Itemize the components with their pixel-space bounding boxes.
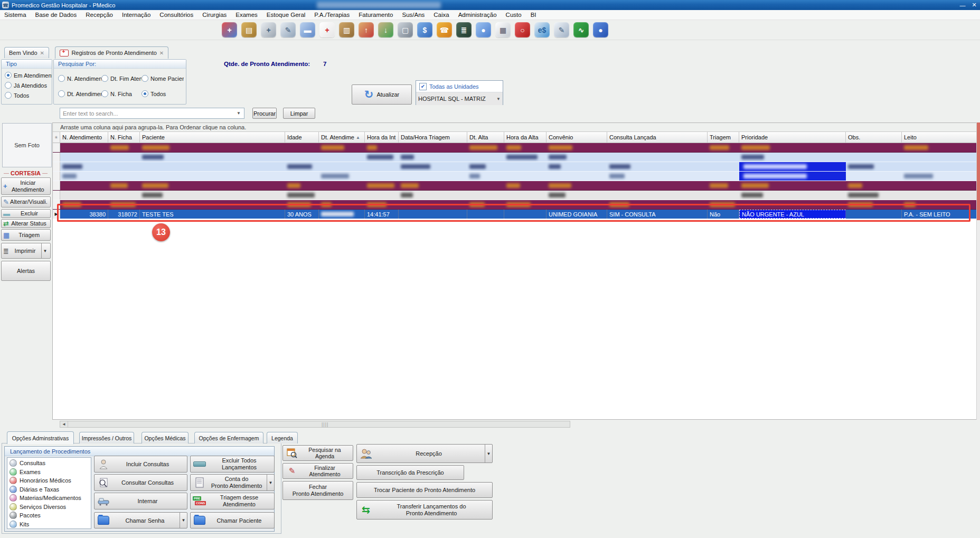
menu-item-custo[interactable]: Custo bbox=[506, 12, 522, 18]
finalizar-atendimento-button[interactable]: ✎ Finalizar Atendimento bbox=[282, 463, 353, 479]
column-header-leito[interactable]: Leito bbox=[902, 132, 977, 143]
atendimento-emergencia-icon[interactable]: + bbox=[222, 22, 237, 37]
estoque-icon[interactable]: ▥ bbox=[339, 22, 354, 37]
bottom-tab-op-es-de-enfermagem[interactable]: Opções de Enfermagem bbox=[194, 432, 263, 443]
mensagens-icon[interactable]: ● bbox=[476, 22, 491, 37]
incluir-consultas-button[interactable]: Incluir Consultas bbox=[94, 456, 187, 473]
column-header-conv-nio[interactable]: Convênio bbox=[546, 132, 607, 143]
procedure-item-honor-rios-m-dicos[interactable]: Honorários Médicos bbox=[7, 476, 91, 485]
menu-item-cirurgias[interactable]: Cirurgias bbox=[202, 12, 227, 18]
splitter-grip[interactable]: |||| bbox=[322, 422, 328, 427]
tab-close-icon[interactable]: ✕ bbox=[159, 50, 164, 56]
pesquisar-agenda-button[interactable]: Pesquisar na Agenda bbox=[282, 445, 353, 461]
procurar-button[interactable]: Procurar bbox=[252, 108, 277, 119]
radio-n-ficha[interactable]: N. Ficha bbox=[101, 90, 142, 97]
alterar-status-button[interactable]: ⇄Alterar Status bbox=[1, 219, 51, 228]
minimize-button[interactable]: — bbox=[957, 2, 968, 8]
bottom-tab-op-es-m-dicas[interactable]: Opções Médicas bbox=[142, 432, 189, 443]
consultar-consultas-button[interactable]: Consultar Consultas bbox=[94, 474, 187, 491]
imprimir-button[interactable]: ≣Imprimir▼ bbox=[1, 243, 51, 259]
triagem-button[interactable]: ▦Triagem bbox=[1, 229, 51, 241]
column-header-dt-atendime[interactable]: Dt. Atendime▲ bbox=[319, 132, 365, 143]
procedure-item-materias-medicamentos[interactable]: Materias/Medicamentos bbox=[7, 494, 91, 503]
radio-todos[interactable]: Todos bbox=[142, 90, 184, 97]
chamar-paciente-button[interactable]: Chamar Paciente bbox=[190, 512, 275, 528]
atualizar-button[interactable]: ↻ Atualizar bbox=[352, 84, 412, 105]
menu-item-base-de-dados[interactable]: Base de Dados bbox=[35, 12, 77, 18]
tab-bem-vindo[interactable]: Bem Vindo✕ bbox=[4, 47, 49, 58]
fatura-icon[interactable]: ▦ bbox=[495, 22, 511, 37]
radio-em-atendimento[interactable]: Em Atendimento bbox=[5, 72, 52, 79]
menu-item-interna-o[interactable]: Internação bbox=[122, 12, 150, 18]
internar-button[interactable]: Internar bbox=[94, 493, 187, 509]
trocar-paciente-button[interactable]: Trocar Paciente do Pronto Atendimento bbox=[356, 482, 493, 498]
menu-item-exames[interactable]: Exames bbox=[235, 12, 258, 18]
scroll-left-icon[interactable]: ◄ bbox=[60, 421, 68, 427]
entradas-financeiras-icon[interactable]: ↑ bbox=[359, 22, 374, 37]
column-header-idade[interactable]: Idade bbox=[285, 132, 319, 143]
column-header-paciente[interactable]: Paciente bbox=[140, 132, 285, 143]
menu-item-p-a-terapias[interactable]: P.A./Terapias bbox=[314, 12, 350, 18]
grid-row-redacted[interactable] bbox=[53, 181, 977, 191]
column-header-obs[interactable]: Obs. bbox=[846, 132, 902, 143]
contatos-icon[interactable]: ● bbox=[593, 22, 608, 37]
saidas-financeiras-icon[interactable]: ↓ bbox=[378, 22, 393, 37]
alertas-button[interactable]: Alertas bbox=[1, 261, 51, 281]
column-header-triagem[interactable]: Triagem bbox=[708, 132, 739, 143]
sair-icon[interactable]: ○ bbox=[515, 22, 530, 37]
medicos-icon[interactable]: + bbox=[261, 22, 276, 37]
excluir-todos-lancamentos-button[interactable]: Excluir Todos Lançamentos bbox=[190, 456, 275, 473]
conta-pronto-atendimento-button[interactable]: Conta do Pronto Atendimento ▼ bbox=[190, 474, 275, 491]
menu-item-sus-ans[interactable]: Sus/Ans bbox=[402, 12, 425, 18]
procedure-item-kits[interactable]: Kits bbox=[7, 520, 91, 529]
unidade-select[interactable]: HOSPITAL SQL - MATRIZ ▼ bbox=[416, 92, 503, 105]
grid-vertical-scrollbar[interactable] bbox=[976, 122, 980, 420]
fechar-pronto-atendimento-button[interactable]: Fechar Pronto Atendimento bbox=[282, 481, 353, 500]
menu-item-sistema[interactable]: Sistema bbox=[4, 12, 26, 18]
iniciar-atendimento-button[interactable]: +Iniciar Atendimento bbox=[1, 177, 51, 195]
alterar-visualizar-button[interactable]: ✎Alterar/Visuali. bbox=[1, 196, 51, 207]
radio-j-atendidos[interactable]: Já Atendidos bbox=[5, 82, 52, 89]
bottom-tab-op-es-adminstrativas[interactable]: Opções Adminstrativas bbox=[7, 431, 74, 444]
assinar-documento-icon[interactable]: ✎ bbox=[554, 22, 569, 37]
chamar-senha-button[interactable]: Chamar Senha ▼ bbox=[94, 512, 187, 528]
procedure-item-exames[interactable]: Exames bbox=[7, 468, 91, 477]
bottom-tab-impress-es-outros[interactable]: Impressões / Outros bbox=[79, 432, 134, 443]
procedure-item-servi-os-diversos[interactable]: Serviços Diversos bbox=[7, 503, 91, 512]
procedure-item-pacotes[interactable]: Pacotes bbox=[7, 511, 91, 520]
imprimir-dropdown-icon[interactable]: ▼ bbox=[41, 243, 49, 258]
search-input[interactable] bbox=[60, 108, 244, 119]
menu-item-bi[interactable]: BI bbox=[531, 12, 536, 18]
excluir-button[interactable]: ▬Excluir bbox=[1, 209, 51, 218]
recepcao-dropdown-icon[interactable]: ▼ bbox=[485, 445, 492, 463]
leitos-icon[interactable]: ▬ bbox=[300, 22, 315, 37]
grid-row-redacted[interactable] bbox=[53, 153, 977, 162]
column-header-dt-alta[interactable]: Dt. Alta bbox=[467, 132, 504, 143]
ambulancia-icon[interactable]: + bbox=[319, 22, 335, 37]
radio-n-atendimento[interactable]: N. Atendimento bbox=[58, 75, 101, 82]
triagem-atendimento-button[interactable]: PRECONS Triagem desse Atendimento bbox=[190, 493, 275, 509]
search-dropdown-icon[interactable]: ▼ bbox=[237, 111, 241, 116]
recepcao-button[interactable]: Recepção ▼ bbox=[356, 444, 493, 463]
menu-item-recep-o[interactable]: Recepção bbox=[86, 12, 113, 18]
prontuario-eletronico-icon[interactable]: ∿ bbox=[573, 22, 589, 37]
radio-nome-paciente[interactable]: Nome Paciente bbox=[142, 75, 184, 82]
column-header-prioridade[interactable]: Prioridade bbox=[739, 132, 846, 143]
cofre-icon[interactable]: ▢ bbox=[398, 22, 413, 37]
grid-row-redacted[interactable] bbox=[53, 143, 977, 153]
grid-row-redacted[interactable] bbox=[53, 162, 977, 172]
todas-unidades-checkbox[interactable]: ✔ Todas as Unidades bbox=[416, 81, 503, 92]
tab-registros-de-pronto-atendimento[interactable]: Registros de Pronto Atendimento✕ bbox=[55, 46, 168, 59]
conta-dropdown-icon[interactable]: ▼ bbox=[267, 475, 274, 490]
transferir-lancamentos-button[interactable]: ⇆ Transferir Lançamentos do Pronto Atend… bbox=[356, 500, 493, 520]
column-header-data-hora-triagem[interactable]: Data/Hora Triagem bbox=[399, 132, 467, 143]
cadastro-pacientes-icon[interactable]: ▤ bbox=[241, 22, 257, 37]
procedure-item-di-rias-e-taxas[interactable]: Diárias e Taxas bbox=[7, 485, 91, 494]
column-header-consulta-lan-ada[interactable]: Consulta Lançada bbox=[607, 132, 708, 143]
livro-registro-icon[interactable]: ≣ bbox=[456, 22, 472, 37]
radio-todos[interactable]: Todos bbox=[5, 92, 52, 99]
prescricao-icon[interactable]: ✎ bbox=[280, 22, 296, 37]
tab-close-icon[interactable]: ✕ bbox=[40, 50, 44, 56]
column-header-n-ficha[interactable]: N. Ficha bbox=[108, 132, 140, 143]
column-header-hora-da-int[interactable]: Hora da Int bbox=[365, 132, 399, 143]
